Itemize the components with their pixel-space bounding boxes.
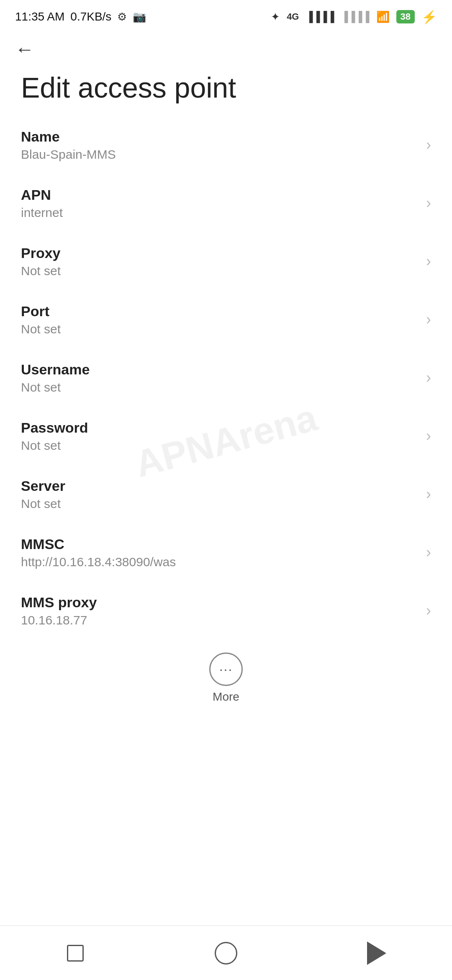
settings-item-server[interactable]: ServerNot set› [0, 465, 452, 524]
status-right: ✦ 4G ▐▐▐▐ ▐▐▐▐ 📶 38 ⚡ [271, 10, 437, 24]
page-title: Edit access point [0, 68, 452, 116]
settings-item-label: Name [21, 129, 418, 145]
nav-home-button[interactable] [207, 934, 245, 972]
chevron-right-icon: › [426, 136, 431, 154]
nav-back-button[interactable] [358, 934, 396, 972]
settings-item-password[interactable]: PasswordNot set› [0, 407, 452, 465]
settings-item-label: Port [21, 303, 418, 320]
more-section: ··· More [0, 640, 452, 712]
settings-item-value: internet [21, 206, 418, 220]
signal-bars2-icon: ▐▐▐▐ [341, 11, 370, 23]
settings-item-label: MMS proxy [21, 594, 418, 611]
chevron-right-icon: › [426, 602, 431, 619]
settings-item-label: Server [21, 478, 418, 494]
speed: 0.7KB/s [70, 10, 111, 23]
settings-item-text: NameBlau-Spain-MMS [21, 129, 418, 162]
settings-item-value: Not set [21, 438, 418, 453]
settings-item-apn[interactable]: APNinternet› [0, 174, 452, 232]
settings-item-label: MMSC [21, 536, 418, 552]
chevron-right-icon: › [426, 194, 431, 212]
charging-icon: ⚡ [421, 10, 437, 24]
settings-item-label: Proxy [21, 245, 418, 261]
settings-item-text: MMS proxy10.16.18.77 [21, 594, 418, 627]
wifi-icon: 📶 [376, 10, 390, 23]
chevron-right-icon: › [426, 544, 431, 561]
signal-bars-icon: ▐▐▐▐ [306, 11, 334, 23]
recents-icon [67, 945, 84, 962]
settings-icon: ⚙ [117, 10, 127, 23]
settings-list: NameBlau-Spain-MMS›APNinternet›ProxyNot … [0, 116, 452, 640]
back-arrow-icon: ← [15, 39, 34, 59]
chevron-right-icon: › [426, 253, 431, 270]
back-button[interactable]: ← [15, 39, 34, 59]
more-label: More [213, 690, 239, 704]
signal-4g-icon: 4G [287, 11, 299, 22]
settings-item-value: http://10.16.18.4:38090/was [21, 555, 418, 569]
status-left: 11:35 AM 0.7KB/s ⚙ 📷 [15, 10, 146, 23]
settings-item-value: Not set [21, 380, 418, 395]
settings-item-text: ServerNot set [21, 478, 418, 511]
settings-item-label: Username [21, 361, 418, 378]
settings-item-name[interactable]: NameBlau-Spain-MMS› [0, 116, 452, 174]
settings-item-port[interactable]: PortNot set› [0, 291, 452, 349]
chevron-right-icon: › [426, 311, 431, 328]
toolbar: ← [0, 30, 452, 68]
settings-item-text: APNinternet [21, 187, 418, 220]
settings-item-mmsc[interactable]: MMSChttp://10.16.18.4:38090/was› [0, 524, 452, 582]
camera-icon: 📷 [133, 10, 146, 23]
time: 11:35 AM [15, 10, 64, 23]
settings-item-value: Blau-Spain-MMS [21, 147, 418, 162]
settings-item-text: MMSChttp://10.16.18.4:38090/was [21, 536, 418, 569]
settings-item-text: ProxyNot set [21, 245, 418, 278]
settings-item-value: Not set [21, 497, 418, 511]
settings-item-value: 10.16.18.77 [21, 613, 418, 627]
settings-item-proxy[interactable]: ProxyNot set› [0, 232, 452, 291]
bluetooth-icon: ✦ [271, 10, 280, 23]
home-icon [215, 942, 237, 965]
battery-indicator: 38 [396, 10, 415, 23]
settings-item-label: APN [21, 187, 418, 203]
settings-item-value: Not set [21, 264, 418, 278]
settings-item-text: PasswordNot set [21, 420, 418, 453]
nav-recents-button[interactable] [56, 934, 94, 972]
status-bar: 11:35 AM 0.7KB/s ⚙ 📷 ✦ 4G ▐▐▐▐ ▐▐▐▐ 📶 38… [0, 0, 452, 30]
settings-item-value: Not set [21, 322, 418, 336]
settings-item-label: Password [21, 420, 418, 436]
nav-bar [0, 926, 452, 980]
settings-item-mms-proxy[interactable]: MMS proxy10.16.18.77› [0, 582, 452, 640]
back-icon [367, 941, 386, 965]
more-dots-icon: ··· [219, 663, 233, 676]
chevron-right-icon: › [426, 427, 431, 445]
settings-item-text: PortNot set [21, 303, 418, 336]
chevron-right-icon: › [426, 485, 431, 503]
chevron-right-icon: › [426, 369, 431, 387]
more-button[interactable]: ··· [209, 652, 243, 686]
settings-item-username[interactable]: UsernameNot set› [0, 349, 452, 407]
settings-item-text: UsernameNot set [21, 361, 418, 395]
